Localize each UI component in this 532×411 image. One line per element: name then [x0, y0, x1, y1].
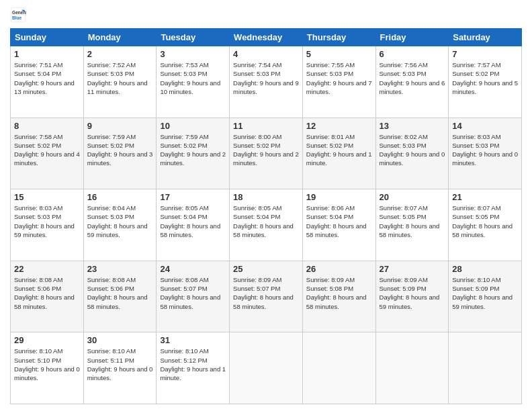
- daylight-label: Daylight: 9 hours and 1 minute.: [306, 150, 372, 167]
- sunrise-label: Sunrise: 8:05 AM: [160, 204, 208, 212]
- sunset-label: Sunset: 5:06 PM: [87, 285, 134, 292]
- day-number: 8: [14, 121, 80, 131]
- sunset-label: Sunset: 5:02 PM: [306, 142, 353, 149]
- sunrise-label: Sunrise: 8:08 AM: [160, 276, 208, 283]
- daylight-label: Daylight: 9 hours and 13 minutes.: [14, 79, 75, 95]
- sunset-label: Sunset: 5:05 PM: [452, 213, 499, 220]
- calendar-cell: 15Sunrise: 8:03 AMSunset: 5:03 PMDayligh…: [11, 189, 84, 261]
- day-number: 13: [380, 121, 445, 131]
- day-number: 12: [306, 121, 372, 131]
- daylight-label: Daylight: 9 hours and 7 minutes.: [306, 79, 372, 95]
- daylight-label: Daylight: 8 hours and 59 minutes.: [87, 222, 148, 238]
- calendar-cell: 11Sunrise: 8:00 AMSunset: 5:02 PMDayligh…: [230, 118, 303, 189]
- sunrise-label: Sunrise: 8:02 AM: [380, 133, 428, 140]
- calendar-cell: 23Sunrise: 8:08 AMSunset: 5:06 PMDayligh…: [83, 261, 157, 332]
- daylight-label: Daylight: 9 hours and 0 minutes.: [87, 365, 153, 381]
- sunset-label: Sunset: 5:02 PM: [87, 142, 134, 149]
- day-number: 3: [160, 49, 226, 59]
- calendar-cell: 14Sunrise: 8:03 AMSunset: 5:03 PMDayligh…: [449, 118, 522, 189]
- daylight-label: Daylight: 9 hours and 11 minutes.: [87, 79, 148, 95]
- calendar-cell: 7Sunrise: 7:57 AMSunset: 5:02 PMDaylight…: [449, 46, 522, 118]
- calendar-cell: 19Sunrise: 8:06 AMSunset: 5:04 PMDayligh…: [302, 189, 375, 261]
- daylight-label: Daylight: 9 hours and 5 minutes.: [452, 79, 518, 95]
- day-number: 29: [14, 335, 80, 345]
- daylight-label: Daylight: 8 hours and 58 minutes.: [233, 222, 294, 238]
- day-number: 26: [306, 264, 372, 274]
- day-info: Sunrise: 8:06 AMSunset: 5:04 PMDaylight:…: [306, 203, 372, 239]
- day-number: 27: [380, 264, 445, 274]
- calendar-cell: 12Sunrise: 8:01 AMSunset: 5:02 PMDayligh…: [302, 118, 375, 189]
- calendar-cell: 25Sunrise: 8:09 AMSunset: 5:07 PMDayligh…: [230, 261, 303, 332]
- calendar-cell: 17Sunrise: 8:05 AMSunset: 5:04 PMDayligh…: [157, 189, 230, 261]
- header: General Blue: [10, 7, 522, 23]
- day-info: Sunrise: 8:08 AMSunset: 5:06 PMDaylight:…: [87, 275, 153, 311]
- calendar-cell: 1Sunrise: 7:51 AMSunset: 5:04 PMDaylight…: [11, 46, 84, 118]
- day-info: Sunrise: 8:05 AMSunset: 5:04 PMDaylight:…: [160, 203, 226, 239]
- sunset-label: Sunset: 5:02 PM: [14, 142, 61, 149]
- daylight-label: Daylight: 8 hours and 58 minutes.: [160, 293, 220, 310]
- daylight-label: Daylight: 9 hours and 1 minute.: [160, 365, 226, 381]
- sunset-label: Sunset: 5:04 PM: [233, 213, 280, 220]
- sunset-label: Sunset: 5:03 PM: [452, 142, 499, 149]
- sunset-label: Sunset: 5:12 PM: [160, 357, 207, 364]
- daylight-label: Daylight: 9 hours and 3 minutes.: [87, 150, 153, 167]
- sunrise-label: Sunrise: 7:56 AM: [380, 61, 428, 68]
- calendar-cell: 6Sunrise: 7:56 AMSunset: 5:03 PMDaylight…: [375, 46, 449, 118]
- daylight-label: Daylight: 8 hours and 58 minutes.: [306, 293, 367, 310]
- daylight-label: Daylight: 8 hours and 59 minutes.: [452, 293, 513, 310]
- header-saturday: Saturday: [449, 29, 522, 46]
- sunrise-label: Sunrise: 8:00 AM: [233, 133, 281, 140]
- calendar-cell: 2Sunrise: 7:52 AMSunset: 5:03 PMDaylight…: [83, 46, 157, 118]
- calendar-cell: [230, 332, 303, 404]
- calendar-cell: 31Sunrise: 8:10 AMSunset: 5:12 PMDayligh…: [157, 332, 230, 404]
- day-info: Sunrise: 8:08 AMSunset: 5:07 PMDaylight:…: [160, 275, 226, 311]
- calendar-cell: 13Sunrise: 8:02 AMSunset: 5:03 PMDayligh…: [375, 118, 449, 189]
- day-number: 25: [233, 264, 299, 274]
- week-row-4: 22Sunrise: 8:08 AMSunset: 5:06 PMDayligh…: [11, 261, 522, 332]
- day-number: 14: [452, 121, 518, 131]
- day-number: 21: [452, 192, 518, 202]
- day-number: 31: [160, 335, 226, 345]
- sunrise-label: Sunrise: 8:09 AM: [306, 276, 355, 283]
- day-info: Sunrise: 7:58 AMSunset: 5:02 PMDaylight:…: [14, 132, 80, 168]
- calendar-cell: 5Sunrise: 7:55 AMSunset: 5:03 PMDaylight…: [302, 46, 375, 118]
- calendar-cell: 27Sunrise: 8:09 AMSunset: 5:09 PMDayligh…: [375, 261, 449, 332]
- daylight-label: Daylight: 9 hours and 0 minutes.: [380, 150, 445, 167]
- day-info: Sunrise: 7:56 AMSunset: 5:03 PMDaylight:…: [380, 60, 445, 96]
- header-friday: Friday: [375, 29, 449, 46]
- logo-icon: General Blue: [10, 7, 26, 23]
- sunrise-label: Sunrise: 7:51 AM: [14, 61, 62, 68]
- sunrise-label: Sunrise: 8:01 AM: [306, 133, 355, 140]
- sunrise-label: Sunrise: 8:09 AM: [233, 276, 281, 283]
- sunrise-label: Sunrise: 7:52 AM: [87, 61, 136, 68]
- calendar-cell: 9Sunrise: 7:59 AMSunset: 5:02 PMDaylight…: [83, 118, 157, 189]
- sunset-label: Sunset: 5:03 PM: [233, 70, 280, 77]
- sunrise-label: Sunrise: 8:10 AM: [160, 347, 208, 355]
- calendar-cell: 22Sunrise: 8:08 AMSunset: 5:06 PMDayligh…: [11, 261, 84, 332]
- daylight-label: Daylight: 8 hours and 58 minutes.: [306, 222, 367, 238]
- day-number: 10: [160, 121, 226, 131]
- week-row-2: 8Sunrise: 7:58 AMSunset: 5:02 PMDaylight…: [11, 118, 522, 189]
- day-number: 22: [14, 264, 80, 274]
- day-number: 11: [233, 121, 299, 131]
- day-info: Sunrise: 7:51 AMSunset: 5:04 PMDaylight:…: [14, 60, 80, 96]
- day-info: Sunrise: 8:00 AMSunset: 5:02 PMDaylight:…: [233, 132, 299, 168]
- header-tuesday: Tuesday: [157, 29, 230, 46]
- sunset-label: Sunset: 5:03 PM: [14, 213, 61, 220]
- day-info: Sunrise: 8:10 AMSunset: 5:09 PMDaylight:…: [452, 275, 518, 311]
- sunset-label: Sunset: 5:06 PM: [14, 285, 61, 292]
- sunset-label: Sunset: 5:11 PM: [87, 357, 134, 364]
- day-info: Sunrise: 7:52 AMSunset: 5:03 PMDaylight:…: [87, 60, 153, 96]
- sunset-label: Sunset: 5:04 PM: [306, 213, 353, 220]
- header-sunday: Sunday: [11, 29, 84, 46]
- day-info: Sunrise: 8:04 AMSunset: 5:03 PMDaylight:…: [87, 203, 153, 239]
- calendar-cell: 29Sunrise: 8:10 AMSunset: 5:10 PMDayligh…: [11, 332, 84, 404]
- calendar-cell: [302, 332, 375, 404]
- sunrise-label: Sunrise: 8:04 AM: [87, 204, 136, 212]
- day-info: Sunrise: 7:54 AMSunset: 5:03 PMDaylight:…: [233, 60, 299, 96]
- sunrise-label: Sunrise: 7:54 AM: [233, 61, 281, 68]
- sunrise-label: Sunrise: 7:55 AM: [306, 61, 355, 68]
- day-info: Sunrise: 8:07 AMSunset: 5:05 PMDaylight:…: [452, 203, 518, 239]
- day-number: 7: [452, 49, 518, 59]
- day-info: Sunrise: 7:53 AMSunset: 5:03 PMDaylight:…: [160, 60, 226, 96]
